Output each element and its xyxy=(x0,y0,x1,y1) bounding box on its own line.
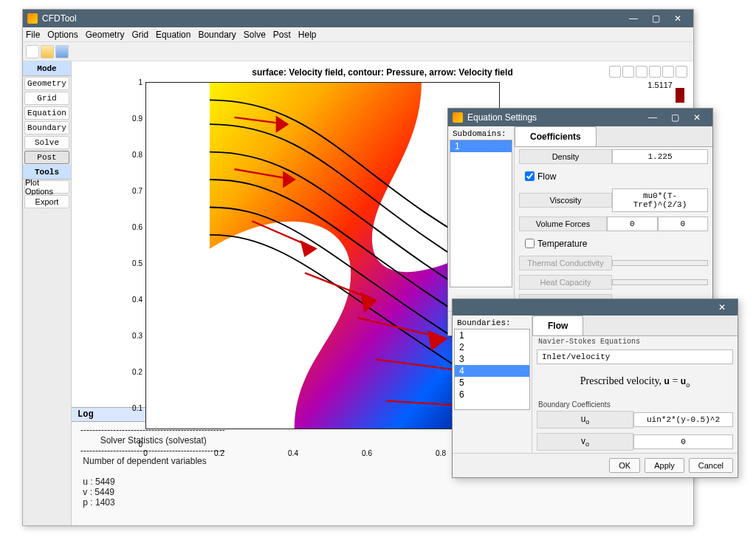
mode-post[interactable]: Post xyxy=(24,151,69,164)
ytick: 0.5 xyxy=(126,259,142,267)
ytick: 0.3 xyxy=(126,332,142,340)
thermal-cond-input xyxy=(612,260,708,266)
temperature-checkbox-label: Temperature xyxy=(537,239,587,249)
new-file-icon[interactable] xyxy=(26,45,39,58)
boundaries-label: Boundaries: xyxy=(454,317,530,329)
bc-cancel-button[interactable]: Cancel xyxy=(689,458,733,473)
menu-equation[interactable]: Equation xyxy=(156,30,190,40)
xtick: 0.6 xyxy=(362,449,372,457)
list-item[interactable]: 2 xyxy=(455,341,529,353)
viscosity-label: Viscosity xyxy=(519,193,612,208)
vo-input[interactable]: 0 xyxy=(633,434,733,449)
mode-geometry[interactable]: Geometry xyxy=(24,77,69,90)
mode-boundary[interactable]: Boundary xyxy=(24,121,69,134)
close-button[interactable]: ✕ xyxy=(667,11,689,26)
bc-apply-button[interactable]: Apply xyxy=(645,458,684,473)
uo-label: uo xyxy=(537,411,633,429)
list-item[interactable]: 1 xyxy=(455,330,529,341)
pan-icon[interactable] xyxy=(649,66,661,78)
volume-force-y-input[interactable]: 0 xyxy=(658,216,709,231)
temperature-checkbox[interactable] xyxy=(525,239,535,248)
mode-equation[interactable]: Equation xyxy=(24,106,69,120)
bc-ok-button[interactable]: OK xyxy=(609,458,640,473)
svg-marker-5 xyxy=(301,242,315,256)
menu-help[interactable]: Help xyxy=(298,30,317,40)
ytick: 0.9 xyxy=(126,115,142,123)
plot-toolbar xyxy=(609,66,687,78)
maximize-button[interactable]: ▢ xyxy=(645,11,667,26)
mode-header: Mode xyxy=(23,61,71,76)
flow-checkbox[interactable] xyxy=(525,171,535,181)
viscosity-input[interactable]: mu0*(T-Tref)^(2/3) xyxy=(612,188,708,212)
menu-bar: File Options Geometry Grid Equation Boun… xyxy=(23,27,693,42)
list-item[interactable]: 1 xyxy=(450,140,512,152)
volume-forces-label: Volume Forces xyxy=(519,216,607,231)
xtick: 0.2 xyxy=(214,449,224,457)
pencil-icon[interactable] xyxy=(609,66,621,78)
list-item[interactable]: 6 xyxy=(455,389,529,400)
ytick: 0.2 xyxy=(126,368,142,376)
tool-export[interactable]: Export xyxy=(24,195,69,208)
ytick: 0.6 xyxy=(126,223,142,231)
boundary-settings-dialog: ✕ Boundaries: 1 2 3 4 5 6 Flow Navier-St… xyxy=(452,298,738,478)
mode-grid[interactable]: Grid xyxy=(24,92,69,105)
plot-canvas[interactable] xyxy=(145,82,500,429)
subdomains-label: Subdomains: xyxy=(450,128,512,140)
list-item[interactable]: 3 xyxy=(455,353,529,365)
list-item[interactable]: 4 xyxy=(455,365,529,377)
subdomain-list[interactable]: 1 xyxy=(450,140,512,287)
reset-view-icon[interactable] xyxy=(622,66,634,78)
eq-max-button[interactable]: ▢ xyxy=(664,110,686,125)
save-icon[interactable] xyxy=(55,45,69,58)
colorbar-max: 1.5117 xyxy=(647,81,673,89)
eq-dialog-title: Equation Settings xyxy=(467,112,642,123)
colorbar xyxy=(676,88,684,103)
ytick: 0.7 xyxy=(126,187,142,195)
minimize-button[interactable]: — xyxy=(622,11,645,26)
thermal-cond-label: Thermal Conductivity xyxy=(519,256,612,270)
ytick: 0.4 xyxy=(126,296,142,304)
open-folder-icon[interactable] xyxy=(41,45,54,58)
main-titlebar: CFDTool — ▢ ✕ xyxy=(23,10,693,27)
menu-geometry[interactable]: Geometry xyxy=(86,30,125,40)
uo-input[interactable]: uin*2*(y-0.5)^2 xyxy=(633,412,733,427)
boundary-list[interactable]: 1 2 3 4 5 6 xyxy=(454,329,530,410)
list-item[interactable]: 5 xyxy=(455,377,529,389)
dialog-icon xyxy=(453,112,463,123)
zoom-out-icon[interactable] xyxy=(662,66,674,78)
ytick: 0.1 xyxy=(126,404,142,412)
menu-grid[interactable]: Grid xyxy=(131,30,148,40)
bc-close-button[interactable]: ✕ xyxy=(711,300,733,315)
ytick: 1 xyxy=(126,78,142,86)
zoom-in-icon[interactable] xyxy=(636,66,647,78)
density-label: Density xyxy=(519,149,612,164)
mode-solve[interactable]: Solve xyxy=(24,136,69,149)
ytick: 0 xyxy=(126,440,142,448)
toolbar xyxy=(23,42,693,61)
density-input[interactable]: 1.225 xyxy=(612,149,708,164)
tool-plot-options[interactable]: Plot Options xyxy=(24,180,69,194)
volume-force-x-input[interactable]: 0 xyxy=(607,216,658,231)
plot-title: surface: Velocity field, contour: Pressu… xyxy=(72,67,693,78)
bc-coef-label: Boundary Coefficients xyxy=(538,400,732,409)
menu-file[interactable]: File xyxy=(26,30,40,40)
menu-post[interactable]: Post xyxy=(273,30,291,40)
equation-name: Navier-Stokes Equations xyxy=(538,338,732,346)
tab-coefficients[interactable]: Coefficients xyxy=(515,126,597,146)
ytick: 0.8 xyxy=(126,151,142,159)
bc-caption: Prescribed velocity, u = uo xyxy=(532,366,738,397)
menu-solve[interactable]: Solve xyxy=(244,30,266,40)
eq-close-button[interactable]: ✕ xyxy=(686,110,708,125)
menu-options[interactable]: Options xyxy=(47,30,78,40)
home-icon[interactable] xyxy=(676,66,687,78)
vo-label: vo xyxy=(537,433,633,451)
app-title: CFDTool xyxy=(42,13,622,24)
tools-header: Tools xyxy=(23,165,71,180)
menu-boundary[interactable]: Boundary xyxy=(198,30,236,40)
tab-flow[interactable]: Flow xyxy=(532,315,583,335)
xtick: 0.8 xyxy=(436,449,446,457)
eq-min-button[interactable]: — xyxy=(642,110,664,125)
xtick: 0.4 xyxy=(288,449,298,457)
flow-checkbox-label: Flow xyxy=(537,171,556,182)
bc-type-select[interactable]: Inlet/velocity xyxy=(537,349,733,364)
